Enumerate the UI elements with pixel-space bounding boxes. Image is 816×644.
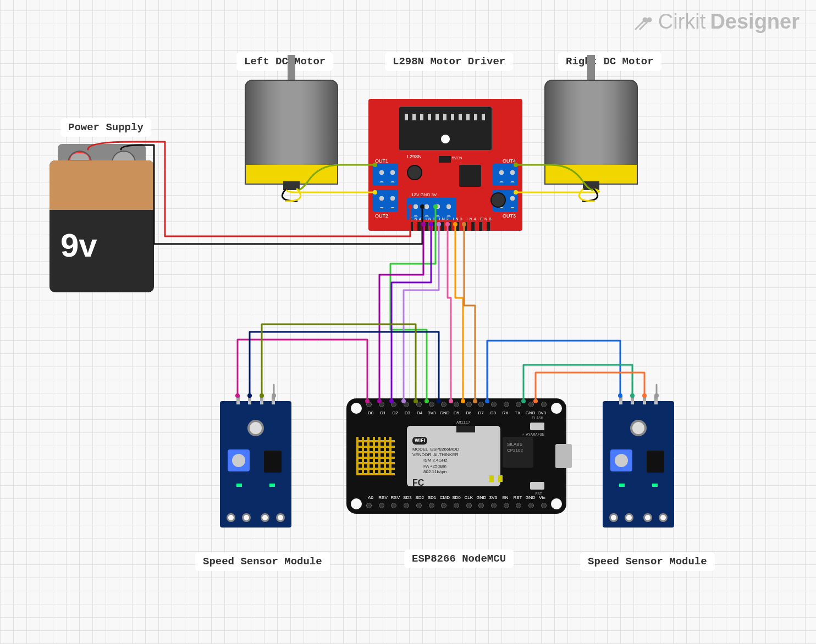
l298n-out2: OUT2 bbox=[375, 213, 388, 219]
nodemcu-top-labels: D0D1D2D3D43V3GNDD5D6D7D8RXTXGND3V3 bbox=[366, 410, 547, 417]
brand-ayarafun: ⚡AYARAFUN bbox=[522, 432, 544, 437]
wifi-badge: WiFi bbox=[412, 437, 427, 445]
rst-label: RST bbox=[535, 492, 542, 496]
l298n-ctrl-pins: ENA IN1 IN2 IN3 IN4 ENB bbox=[410, 217, 493, 221]
l298n-chip-label: L298N bbox=[407, 154, 422, 159]
brand-logo: Cirkit Designer bbox=[632, 10, 800, 34]
label-power: Power Supply bbox=[60, 118, 151, 137]
ams-label: AM1117 bbox=[456, 420, 470, 425]
l298n-power-pins: 12V GND 5V bbox=[411, 192, 437, 197]
left-dc-motor bbox=[245, 55, 338, 192]
nodemcu-shield-text: WiFi MODEL ESP8266MOD VENDOR AI-THINKER … bbox=[412, 437, 459, 488]
fcc-mark: FC bbox=[412, 478, 459, 489]
l298n-out3: OUT3 bbox=[503, 213, 516, 219]
antenna-icon bbox=[356, 437, 395, 475]
battery-voltage-text: 9v bbox=[60, 226, 97, 264]
nodemcu-top-pins bbox=[366, 402, 547, 409]
speed-sensor-right bbox=[603, 401, 674, 528]
label-sensor-right: Speed Sensor Module bbox=[580, 552, 715, 571]
rst-button bbox=[530, 482, 544, 490]
l298n-motor-driver: L298N 5VEN OUT1 OUT2 OUT3 OUT4 12V GND 5… bbox=[368, 99, 522, 231]
l298n-sven: 5VEN bbox=[452, 156, 462, 160]
label-mcu: ESP8266 NodeMCU bbox=[404, 549, 514, 568]
nodemcu-bot-labels: A0RSVRSVSD3SD2SD1CMDSD0CLKGND3V3ENRSTGND… bbox=[366, 495, 547, 502]
flash-label: FLASH bbox=[532, 416, 543, 420]
speed-sensor-left bbox=[220, 401, 291, 528]
nodemcu-bot-pins bbox=[366, 503, 547, 510]
usb-port bbox=[555, 444, 572, 468]
flash-button bbox=[530, 423, 544, 430]
label-sensor-left: Speed Sensor Module bbox=[195, 552, 330, 571]
label-driver: L298N Motor Driver bbox=[385, 52, 513, 71]
esp8266-nodemcu: D0D1D2D3D43V3GNDD5D6D7D8RXTXGND3V3 A0RSV… bbox=[346, 398, 566, 514]
l298n-out4: OUT4 bbox=[503, 158, 516, 164]
battery-9v: 9v bbox=[49, 144, 154, 292]
l298n-out1: OUT1 bbox=[375, 158, 388, 164]
wires-layer bbox=[0, 0, 816, 644]
brand-icon bbox=[632, 11, 654, 33]
brand-prefix: Cirkit bbox=[658, 10, 706, 34]
svg-point-1 bbox=[648, 18, 651, 21]
svg-point-0 bbox=[643, 18, 647, 21]
right-dc-motor bbox=[544, 55, 638, 192]
cp2102-chip bbox=[503, 437, 533, 468]
brand-suffix: Designer bbox=[710, 10, 800, 34]
